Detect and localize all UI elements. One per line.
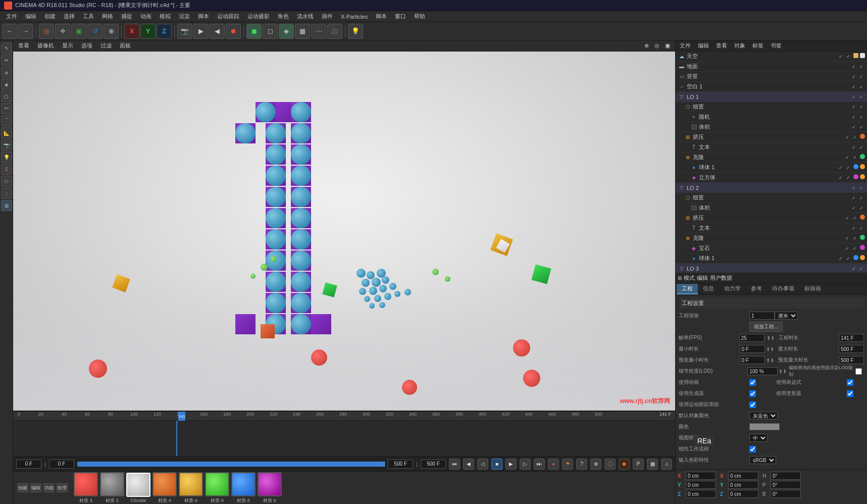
- lo2-vis-1[interactable]: ✓: [850, 184, 857, 191]
- om-item-text2[interactable]: T 文本 ✓ ✓: [676, 223, 867, 233]
- current-frame-indicator[interactable]: 141: [178, 412, 185, 421]
- vp-menu-display[interactable]: 显示: [60, 41, 75, 50]
- om-item-cloner2[interactable]: ⊕ 克隆 ✓ ✓: [676, 233, 867, 243]
- menu-select[interactable]: 选择: [60, 12, 79, 21]
- material-green[interactable]: 材质 5: [205, 472, 229, 504]
- om-menu-edit[interactable]: 编辑: [696, 41, 711, 50]
- left-tool-camera[interactable]: 📷: [1, 139, 12, 150]
- left-tool-system[interactable]: S: [1, 164, 12, 175]
- vp-nav-move[interactable]: ⊕: [642, 42, 651, 49]
- volume-vis-1[interactable]: ✓: [850, 124, 857, 131]
- om-item-gem[interactable]: ◆ 宝石 ✓ ✓: [676, 243, 867, 254]
- menu-script2[interactable]: 脚本: [372, 12, 391, 21]
- om-item-random[interactable]: ≈ 随机 ✓ ✓: [676, 112, 867, 122]
- coord-y-input[interactable]: [686, 481, 716, 489]
- gem-vis-1[interactable]: ✓: [844, 245, 851, 252]
- menu-plugins[interactable]: 插件: [318, 12, 337, 21]
- cloner1-vis-2[interactable]: ✓: [851, 154, 858, 161]
- morph-btn[interactable]: ⊕: [590, 459, 601, 470]
- coord-b-input[interactable]: [771, 490, 801, 498]
- play-fwd-btn[interactable]: ▶: [505, 459, 517, 470]
- cloner1-vis-1[interactable]: ✓: [844, 154, 851, 161]
- left-tool-paint[interactable]: ✏: [1, 55, 12, 66]
- sphere1-vis-2[interactable]: ✓: [845, 164, 852, 171]
- display-shaded-btn[interactable]: ◈: [279, 24, 294, 39]
- lo1-vis-2[interactable]: ✓: [858, 93, 865, 100]
- om-item-lo2[interactable]: ▽ LO 2 ✓ ✓: [676, 183, 867, 193]
- null1-vis-1[interactable]: ✓: [850, 83, 857, 90]
- fracture2-vis-1[interactable]: ✓: [850, 194, 857, 201]
- pp-usegen-checkbox[interactable]: [749, 390, 756, 397]
- om-item-sphere1[interactable]: ● 球体 1 ✓ ✓: [676, 163, 867, 173]
- gem-vis-2[interactable]: ✓: [851, 245, 858, 252]
- vp-menu-panel[interactable]: 面板: [118, 41, 133, 50]
- pp-prevmin-stepper[interactable]: ⬆⬇: [766, 358, 774, 363]
- display-wire-btn[interactable]: ◻: [263, 24, 278, 39]
- pp-gamma-select[interactable]: 中: [749, 434, 768, 442]
- fracture-vis-1[interactable]: ✓: [850, 104, 857, 111]
- timeline-grid-btn[interactable]: ▦: [647, 459, 658, 470]
- display-mode-btn[interactable]: ◼: [246, 24, 262, 39]
- cube1-vis-2[interactable]: ✓: [845, 174, 852, 181]
- play-back-btn[interactable]: ◀: [210, 24, 225, 39]
- floor-vis-2[interactable]: ✓: [858, 63, 865, 70]
- pp-color-swatch[interactable]: [749, 423, 780, 430]
- om-item-lo1[interactable]: ▽ LO 1 ✓ ✓: [676, 92, 867, 102]
- pp-mintime-input[interactable]: [740, 345, 765, 353]
- om-item-volume2[interactable]: ⬛ 体积 ✓ ✓: [676, 203, 867, 213]
- mat-create-btn[interactable]: 创建: [17, 483, 28, 492]
- timeline-progress-bar[interactable]: [77, 462, 385, 467]
- menu-script[interactable]: 脚本: [194, 12, 213, 21]
- menu-simulate[interactable]: 模拟: [156, 12, 175, 21]
- menu-tools[interactable]: 工具: [79, 12, 98, 21]
- cloner2-vis-1[interactable]: ✓: [844, 235, 851, 242]
- pp-scale-input[interactable]: [749, 312, 775, 320]
- pp-tab-annotation[interactable]: 标插画: [799, 284, 826, 294]
- cube1-vis-1[interactable]: ✓: [837, 174, 844, 181]
- bg-vis-2[interactable]: ✓: [858, 73, 865, 80]
- material-circular[interactable]: Circular: [126, 473, 150, 503]
- pp-maxtime-input[interactable]: [839, 345, 864, 353]
- om-menu-file[interactable]: 文件: [678, 41, 693, 50]
- sphere1-vis-1[interactable]: ✓: [837, 164, 844, 171]
- menu-xparticles[interactable]: X-Particles: [337, 13, 372, 21]
- pp-lod-input[interactable]: [747, 367, 778, 375]
- live-select-btn[interactable]: ◎: [39, 24, 54, 39]
- pp-lod-stepper[interactable]: ⬆⬇: [779, 369, 787, 374]
- pp-lod-checkbox[interactable]: [855, 368, 862, 375]
- coord-p-input[interactable]: [771, 481, 801, 489]
- sky-tag[interactable]: [853, 53, 858, 58]
- sky-vis-2[interactable]: ✓: [845, 53, 852, 60]
- auto-key-btn[interactable]: ⚑: [562, 459, 573, 470]
- left-tool-select[interactable]: ↖: [1, 42, 12, 54]
- coord-sx-input[interactable]: [728, 472, 758, 480]
- material-blue[interactable]: 材质 6: [231, 472, 256, 504]
- record-keyframe-btn[interactable]: ●: [548, 459, 559, 470]
- lo3-vis-2[interactable]: ✓: [858, 265, 865, 272]
- rotate-btn[interactable]: ↺: [87, 24, 103, 39]
- om-item-fracture2[interactable]: ⬡ 细置 ✓ ✓: [676, 193, 867, 203]
- pp-linearwf-checkbox[interactable]: [749, 446, 756, 452]
- squash2-vis-2[interactable]: ✓: [851, 215, 858, 222]
- fracture-vis-2[interactable]: ✓: [858, 104, 865, 111]
- timeline-cursor[interactable]: [176, 421, 177, 456]
- vp-menu-camera[interactable]: 摄像机: [35, 41, 56, 50]
- render-view-btn[interactable]: 🎥: [327, 24, 342, 39]
- pp-tab-dynamics[interactable]: 动力学: [719, 284, 746, 294]
- motion-path-btn[interactable]: 〇: [604, 459, 616, 470]
- pp-usemotion-checkbox[interactable]: [749, 401, 756, 408]
- om-item-cloner1[interactable]: ⊕ 克隆 ✓ ✓: [676, 153, 867, 163]
- material-grey[interactable]: 材质 2: [100, 472, 124, 504]
- coord-sy-input[interactable]: [728, 481, 758, 489]
- pp-inputcolor-select[interactable]: sRGB: [749, 456, 776, 464]
- lo2-vis-2[interactable]: ✓: [858, 184, 865, 191]
- squash2-vis-1[interactable]: ✓: [844, 215, 851, 222]
- light-btn[interactable]: 💡: [348, 24, 363, 39]
- pp-tab-info[interactable]: 信息: [698, 284, 719, 294]
- viewport-3d[interactable]: www.rjtj.cn软荐网: [13, 52, 675, 411]
- play-reverse-btn[interactable]: ◁: [477, 459, 488, 470]
- material-purple[interactable]: 材质 6: [258, 472, 282, 504]
- menu-create[interactable]: 创建: [40, 12, 60, 21]
- sky-vis-1[interactable]: ✓: [837, 53, 844, 60]
- cloner2-vis-2[interactable]: ✓: [851, 235, 858, 242]
